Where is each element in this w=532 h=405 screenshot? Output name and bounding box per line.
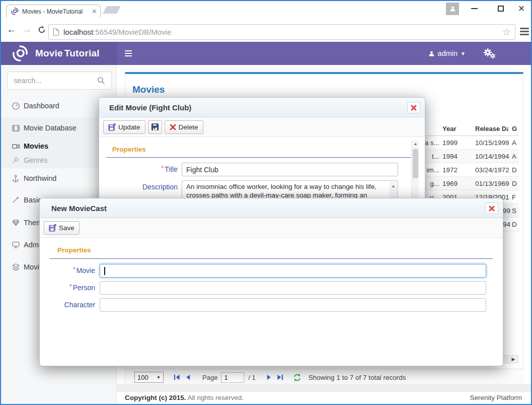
save-disk-icon (49, 224, 56, 232)
person-field-input[interactable] (100, 281, 486, 295)
tab-title: Movies - MovieTutorial (22, 8, 92, 15)
edit-dialog-title: Edit Movie (Fight Club) (109, 103, 191, 112)
monitor-icon (12, 241, 21, 249)
back-button[interactable]: ← (6, 24, 17, 35)
page-icon (53, 28, 59, 36)
forward-button[interactable]: → (21, 24, 32, 35)
app-header: MovieTutorial admin ▼ (1, 42, 531, 65)
col-release-date[interactable]: Release Da... (475, 122, 508, 136)
cast-dialog-close-button[interactable] (485, 202, 498, 214)
edit-dialog-toolbar: Update Delete (99, 117, 425, 137)
delete-x-icon (170, 124, 176, 130)
cast-dialog-toolbar: Save (40, 218, 503, 238)
page-total: / 1 (248, 374, 255, 381)
cast-dialog-title: New MovieCast (51, 204, 107, 213)
first-page-icon[interactable] (173, 374, 181, 381)
close-x-icon (411, 105, 417, 111)
window-close-button[interactable]: × (510, 1, 532, 16)
url-text: localhost:56549/MovieDB/Movie (63, 28, 502, 36)
diamond-icon (12, 219, 21, 227)
app-title: MovieTutorial (35, 42, 100, 65)
settings-gears-icon[interactable] (483, 48, 496, 59)
sidebar-toggle-icon[interactable] (125, 50, 132, 58)
col-genre[interactable]: G (512, 122, 519, 136)
sidebar-search-input[interactable]: search... (7, 72, 112, 90)
edit-dialog-titlebar[interactable]: Edit Movie (Fight Club) (99, 98, 425, 117)
new-moviecast-dialog: New MovieCast Save Properties *Movie *Pe… (39, 198, 503, 366)
page-title: Movies (132, 84, 165, 95)
movie-field-input[interactable] (100, 264, 486, 278)
user-name: admin (438, 49, 458, 57)
edit-properties-category: Properties (112, 146, 146, 153)
caret-down-icon: ▼ (461, 51, 466, 56)
title-field-input[interactable]: Fight Club (182, 163, 398, 176)
cast-properties-category: Properties (57, 246, 91, 254)
footer: Copyright (c) 2015. All rights reserved.… (117, 391, 531, 404)
close-x-icon (489, 206, 495, 212)
pin-icon (12, 156, 21, 164)
page-number-input[interactable]: 1 (221, 372, 244, 383)
window-minimize-button[interactable] (463, 1, 485, 16)
app-logo-swirl-icon (11, 44, 29, 62)
layers-icon (12, 263, 21, 271)
new-tab-button[interactable] (103, 6, 121, 14)
person-field-label: *Person (40, 281, 95, 295)
character-field-input[interactable] (100, 298, 486, 312)
delete-button[interactable]: Delete (165, 120, 203, 134)
update-button[interactable]: Update (103, 120, 145, 134)
address-bar[interactable]: localhost:56549/MovieDB/Movie ☆ (48, 24, 515, 40)
browser-profile-icon[interactable] (446, 3, 459, 15)
favicon-swirl-icon (11, 7, 19, 16)
edit-dialog-close-button[interactable] (407, 102, 420, 113)
scroll-up-icon: ▲ (412, 142, 419, 146)
tab-close-icon[interactable]: ✕ (92, 8, 97, 15)
pager-summary: Showing 1 to 7 of 7 total records (309, 374, 406, 381)
browser-menu-icon[interactable] (520, 28, 529, 37)
page-size-select[interactable]: 100▼ (134, 372, 164, 383)
reload-button[interactable] (36, 26, 47, 34)
window-maximize-button[interactable] (490, 1, 512, 16)
cast-dialog-titlebar[interactable]: New MovieCast (40, 198, 503, 218)
title-field-label: *Title (99, 163, 178, 177)
browser-tab[interactable]: Movies - MovieTutorial ✕ (6, 5, 101, 18)
platform-text: Serenity Platform (470, 394, 522, 401)
search-placeholder: search... (14, 77, 97, 85)
scroll-right-icon[interactable]: ▶ (509, 356, 517, 363)
save-check-icon (151, 123, 159, 131)
movie-field-label: *Movie (40, 264, 95, 278)
col-year[interactable]: Year (442, 122, 471, 136)
user-menu[interactable]: admin ▼ (428, 42, 466, 65)
refresh-icon[interactable] (293, 373, 301, 382)
browser-chrome: Movies - MovieTutorial ✕ × ← → localhost… (1, 1, 531, 42)
character-field-label: Character (40, 298, 95, 312)
next-page-icon[interactable] (266, 374, 272, 381)
anchor-icon (12, 174, 21, 183)
save-button[interactable]: Save (44, 221, 80, 235)
film-icon (12, 124, 21, 132)
apply-changes-button[interactable] (148, 120, 162, 134)
copyright-text: Copyright (c) 2015. All rights reserved. (125, 394, 244, 401)
user-icon (428, 50, 435, 57)
grid-pager: 100▼ Page 1 / 1 Showing 1 to 7 of 7 tota… (126, 369, 523, 385)
wand-icon (12, 196, 21, 204)
video-camera-icon (12, 142, 21, 151)
text-cursor (104, 267, 105, 275)
dashboard-icon (12, 102, 21, 110)
last-page-icon[interactable] (276, 374, 284, 381)
bookmark-star-icon[interactable]: ☆ (502, 26, 511, 38)
description-field-label: Description (99, 180, 178, 194)
prev-page-icon[interactable] (185, 374, 191, 381)
search-icon (97, 77, 105, 85)
scroll-up-icon: ▲ (390, 182, 397, 190)
page-label: Page (202, 374, 217, 381)
save-disk-icon (108, 123, 116, 131)
